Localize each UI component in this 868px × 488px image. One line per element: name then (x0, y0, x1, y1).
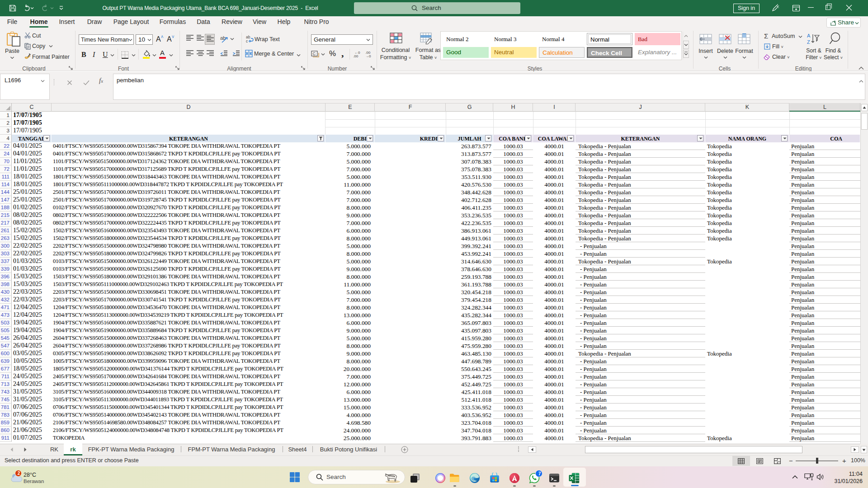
svg-text:A: A (807, 33, 811, 38)
svg-text:→0: →0 (365, 54, 371, 58)
svg-text:c: c (246, 39, 248, 43)
svg-text:.00: .00 (353, 54, 359, 58)
svg-text:Z: Z (807, 39, 810, 45)
svg-text:C: C (313, 52, 316, 56)
